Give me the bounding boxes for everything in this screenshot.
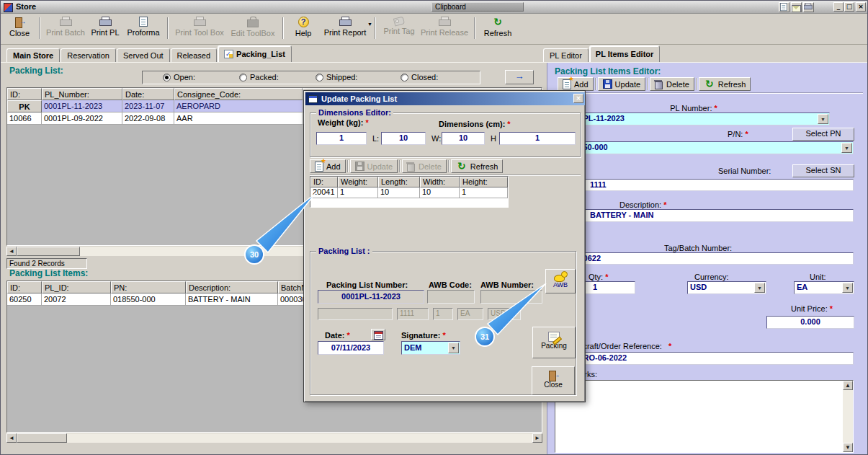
remarks-textarea[interactable]: ▲ ▼ [555, 380, 854, 453]
pn-combobox[interactable]: 018550-000 [555, 141, 854, 154]
column-header[interactable]: ID: [7, 281, 42, 293]
titlebar-document-icon[interactable] [779, 2, 789, 12]
calendar-button[interactable] [371, 329, 385, 340]
cell-pl-id[interactable]: 20072 [42, 293, 111, 306]
scroll-up-button[interactable]: ▲ [843, 381, 853, 390]
toolbar-help-button[interactable]: Help [287, 15, 319, 41]
toolbar-refresh-button[interactable]: Refresh [479, 15, 516, 41]
tab-main-store[interactable]: Main Store [6, 48, 60, 62]
dialog-close-button[interactable]: Close [532, 366, 575, 395]
dialog-refresh-button[interactable]: Refresh [451, 159, 504, 173]
column-header[interactable]: Date: [122, 88, 174, 100]
clipboard-toolbar-caption[interactable]: Clipboard [431, 2, 524, 12]
items-delete-button[interactable]: Delete [650, 77, 694, 91]
scroll-right-button[interactable]: ► [532, 433, 542, 443]
radio-packed[interactable] [239, 74, 247, 81]
tab-pl-editor[interactable]: PL Editor [543, 48, 589, 62]
cell-consignee-code[interactable]: AEROPARD [174, 100, 303, 112]
chevron-down-icon[interactable] [818, 114, 828, 124]
print-report-dropdown-arrow[interactable]: ▼ [367, 22, 372, 27]
column-header[interactable]: ID: [310, 177, 338, 187]
height-field[interactable]: 1 [499, 132, 576, 145]
items-hscrollbar[interactable]: ◄ ► [6, 433, 542, 443]
length-field[interactable]: 10 [381, 132, 426, 145]
tab-served-out[interactable]: Served Out [117, 48, 170, 62]
cell-id[interactable]: 10066 [7, 112, 42, 125]
toolbar-print-release-button[interactable]: Print Release [419, 15, 470, 41]
filter-open[interactable]: Open: [163, 73, 195, 81]
scroll-down-button[interactable]: ▼ [843, 443, 853, 452]
cell-id[interactable]: 20041 [310, 187, 338, 198]
dialog-update-button[interactable]: Update [350, 159, 398, 173]
toolbar-print-pl-button[interactable]: Print PL [87, 15, 123, 41]
currency-combobox[interactable]: USD [687, 281, 766, 294]
remarks-vscrollbar[interactable]: ▲ ▼ [843, 381, 853, 452]
filter-shipped[interactable]: Shipped: [316, 73, 357, 81]
cell-date[interactable]: 2023-11-07 [122, 100, 174, 112]
column-header[interactable]: Length: [378, 177, 420, 187]
description-field[interactable]: BATTERY - MAIN [555, 209, 854, 222]
column-header[interactable]: PL_ID: [42, 281, 111, 293]
filter-packed[interactable]: Packed: [239, 73, 279, 81]
column-header[interactable]: PN: [111, 281, 186, 293]
column-header[interactable]: ID: [7, 88, 42, 100]
unit-price-field[interactable]: 0.000 [766, 316, 854, 329]
width-field[interactable]: 10 [442, 132, 485, 145]
titlebar-mail-icon[interactable] [791, 2, 802, 12]
packing-button[interactable]: Packing [532, 327, 576, 358]
cell-pl-number[interactable]: 0001PL-11-2023 [42, 100, 122, 112]
cell-description[interactable]: BATTERY - MAIN [186, 293, 278, 306]
dialog-delete-button[interactable]: Delete [402, 159, 447, 173]
column-header[interactable]: PL_Number: [42, 88, 122, 100]
select-pn-button[interactable]: Select PN [792, 128, 854, 141]
dialog-title-bar[interactable]: Update Packing List × [305, 92, 585, 105]
tab-pl-items-editor[interactable]: PL Items Editor [589, 45, 660, 62]
scroll-left-button[interactable]: ◄ [6, 433, 17, 443]
cell-date[interactable]: 2022-09-08 [122, 112, 174, 125]
chevron-down-icon[interactable] [842, 283, 853, 293]
cell-pl-number[interactable]: 0001PL-09-2022 [42, 112, 122, 125]
serial-number-field[interactable]: 1111 [555, 179, 854, 191]
toolbar-edit-toolbox-button[interactable]: Edit ToolBox [227, 15, 279, 41]
toolbar-print-report-button[interactable]: Print Report▼ [319, 15, 371, 41]
apply-filter-button[interactable]: → [505, 70, 534, 84]
pl-number-combobox[interactable]: 0001PL-11-2023 [555, 112, 830, 125]
tab-released[interactable]: Released [171, 48, 217, 62]
toolbar-print-batch-button[interactable]: Print Batch [44, 15, 87, 41]
items-update-button[interactable]: Update [598, 77, 645, 91]
minimize-button[interactable]: _ [833, 2, 844, 12]
tab-reservation[interactable]: Reservation [61, 48, 116, 62]
cell-height[interactable]: 1 [460, 187, 508, 198]
dialog-add-button[interactable]: Add [310, 159, 346, 173]
cell-consignee-code[interactable]: AAR [174, 112, 303, 125]
toolbar-print-tag-button[interactable]: Print Tag [380, 15, 419, 41]
column-header[interactable]: Height: [460, 177, 508, 187]
table-row[interactable]: 20041 1 10 10 1 [310, 187, 508, 198]
tab-packing-list[interactable]: Packing_List [218, 45, 292, 62]
cell-length[interactable]: 10 [378, 187, 420, 198]
column-header[interactable]: Description: [186, 281, 278, 293]
cell-id[interactable]: 60250 [7, 293, 42, 306]
scroll-thumb[interactable] [17, 433, 67, 443]
chevron-down-icon[interactable] [754, 283, 765, 293]
toolbar-close-button[interactable]: Close [4, 15, 35, 41]
aircraft-order-reference-field[interactable]: 0001RO-06-2022 [555, 352, 854, 365]
tag-batch-field[interactable]: 000030622 [555, 252, 854, 265]
awb-button[interactable]: AWB [545, 269, 576, 293]
restore-button[interactable]: □ [844, 2, 854, 12]
chevron-down-icon[interactable] [841, 143, 852, 153]
items-add-button[interactable]: Add [558, 77, 594, 91]
signature-combobox[interactable]: DEM [401, 341, 460, 355]
filter-closed[interactable]: Closed: [401, 73, 438, 81]
toolbar-print-tool-box-button[interactable]: Print Tool Box [172, 15, 227, 41]
column-header[interactable]: Consignee_Code: [174, 88, 303, 100]
cell-pn[interactable]: 018550-000 [111, 293, 186, 306]
toolbar-proforma-button[interactable]: Proforma [123, 15, 164, 41]
items-refresh-button[interactable]: Refresh [699, 77, 751, 91]
dialog-close-icon[interactable]: × [573, 94, 583, 103]
cell-weight[interactable]: 1 [338, 187, 378, 198]
titlebar-print-icon[interactable] [803, 2, 814, 12]
scroll-left-button[interactable]: ◄ [6, 247, 17, 256]
cell-width[interactable]: 10 [420, 187, 460, 198]
column-header[interactable]: Width: [420, 177, 460, 187]
